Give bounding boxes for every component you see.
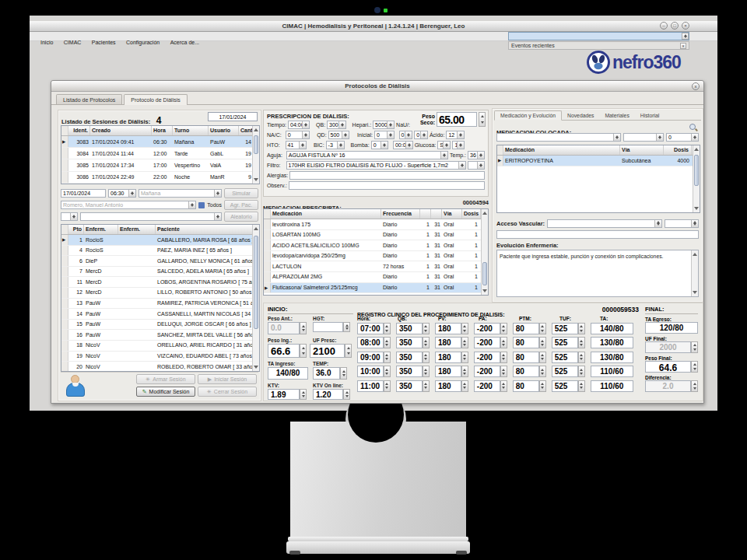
spinner-up-down[interactable]	[500, 352, 507, 363]
peso-ing-stepper[interactable]: 66.6	[268, 344, 307, 358]
column-header[interactable]: Vía	[442, 209, 462, 219]
registro-field[interactable]: -200	[474, 380, 500, 392]
tab-listado-protocolos[interactable]: Listado de Protocolos	[56, 94, 122, 104]
spinner-up-down[interactable]	[384, 366, 391, 377]
medication-dropdown[interactable]	[496, 133, 621, 142]
registro-field[interactable]: -200	[474, 352, 500, 363]
ktv-online-stepper[interactable]: 1.20	[313, 389, 350, 400]
registro-field[interactable]: 350	[396, 337, 423, 348]
evolucion-textarea[interactable]: Paciente que ingresa estable, punción y …	[496, 250, 699, 297]
registro-field[interactable]: 07:00	[357, 323, 384, 334]
spinner-up-down[interactable]	[539, 366, 546, 377]
registro-field[interactable]: -200	[474, 366, 500, 377]
extra1-stepper[interactable]: 0	[399, 131, 413, 139]
spinner-up-down[interactable]	[578, 352, 585, 363]
column-header[interactable]: Hora	[152, 126, 173, 135]
menu-configuracion[interactable]: Configuración	[126, 40, 160, 45]
spinner-up-down[interactable]	[539, 337, 546, 348]
vertical-scrollbar[interactable]	[252, 126, 259, 184]
acceso-vascular-dropdown[interactable]	[547, 219, 662, 228]
spinner-up-down[interactable]	[384, 337, 391, 348]
filtro-dropdown[interactable]: 170HR ELISIO FILTRO DIALISIS ALTO FLUJO …	[286, 161, 467, 170]
spinner-up-down[interactable]	[578, 323, 585, 334]
registro-field[interactable]: 09:00	[357, 352, 384, 363]
spinner-up-down[interactable]	[500, 323, 507, 334]
registro-field[interactable]: 11:00	[357, 380, 384, 392]
close-icon[interactable]: x	[692, 82, 700, 90]
modificar-sesion-button[interactable]: ✎Modificar Sesión	[136, 387, 195, 397]
ta-egreso-field[interactable]: 120/80	[645, 322, 698, 334]
spinner-up-down[interactable]	[479, 112, 486, 127]
table-row[interactable]: levotiroxina 175Diario131Oral1	[264, 219, 488, 230]
spinner-up-down[interactable]	[500, 337, 507, 348]
uf-presc-stepper[interactable]: 2100	[310, 344, 352, 358]
table-row[interactable]: ▶Fluticasona/ Salmeterol 25/125mcgDiario…	[264, 283, 488, 294]
column-header[interactable]: Medicación	[271, 209, 381, 219]
spinner-up-down[interactable]	[461, 352, 468, 363]
registro-field[interactable]: 130/80	[591, 337, 633, 348]
column-header[interactable]: Turno	[173, 126, 209, 135]
column-header[interactable]: Vía	[620, 145, 664, 155]
filtro-extra-stepper[interactable]	[468, 161, 485, 170]
registro-field[interactable]: 180	[435, 380, 461, 392]
peso-ant-stepper[interactable]: 0.0	[268, 322, 307, 334]
vertical-scrollbar[interactable]	[481, 209, 488, 295]
glucosa2-stepper[interactable]: 1	[452, 141, 465, 149]
events-combobox[interactable]	[508, 32, 689, 40]
bomba-stepper[interactable]: 0	[371, 141, 388, 149]
table-row[interactable]: 308417/01/2024 11:4412:00TardeGabL19	[61, 148, 259, 159]
registro-field[interactable]: -200	[474, 337, 500, 348]
table-row[interactable]: ▶ERITROPOYETINASubcutánea4000	[497, 156, 700, 166]
column-header[interactable]: Dosis	[462, 209, 481, 219]
uf-final-stepper[interactable]: 2000	[645, 341, 698, 353]
qd-stepper[interactable]: 500	[328, 131, 350, 139]
spinner-up-down[interactable]	[539, 380, 546, 392]
column-header[interactable]: Cant.	[239, 126, 253, 135]
spinner-up-down[interactable]	[461, 366, 468, 377]
table-row[interactable]: 20NicoVROBLEDO, ROBERTO OMAR [ 33 años ]	[61, 362, 259, 372]
aguja-dropdown[interactable]: AGUJA FISTULA Nº 16	[286, 151, 448, 159]
temp-inicio-stepper[interactable]: 36.0	[313, 367, 347, 380]
spinner-up-down[interactable]	[500, 366, 507, 377]
registro-field[interactable]: 10:00	[357, 366, 384, 377]
table-row[interactable]: 15PauWDELUQUI, JORGE OSCAR [ 66 años ]	[61, 320, 259, 331]
spinner-up-down[interactable]	[384, 352, 391, 363]
column-header[interactable]: Frecuencia	[381, 209, 420, 219]
peso-seco-value[interactable]: 65.00	[437, 112, 477, 127]
column-header[interactable]: Paciente	[156, 225, 254, 234]
registro-field[interactable]: 08:00	[357, 337, 384, 348]
ktv-stepper[interactable]: 1.89	[268, 389, 307, 400]
spinner-up-down[interactable]	[578, 380, 585, 392]
minimize-icon[interactable]: –	[660, 22, 668, 30]
table-row[interactable]: 6DiePGALLARDO, NELLY MONICA [ 61 años ]	[61, 256, 259, 267]
qb-stepper[interactable]: 300	[327, 121, 346, 129]
acceso-vascular-stepper[interactable]	[665, 219, 699, 228]
column-header[interactable]: Dosis	[664, 145, 692, 155]
column-header[interactable]: Enferm.	[84, 225, 118, 234]
empty-dropdown[interactable]	[80, 212, 222, 221]
menu-pacientes[interactable]: Pacientes	[92, 40, 116, 45]
table-row[interactable]: ALPRAZOLAM 2MGDiario131Oral1	[264, 272, 488, 283]
table-row[interactable]: 16PauWSANCHEZ, MIRTA DEL VALLE [ 56 años…	[61, 330, 259, 341]
spinner-up-down[interactable]	[384, 380, 391, 392]
column-header[interactable]: Usuario	[209, 126, 239, 135]
registro-field[interactable]: 80	[513, 366, 539, 377]
menu-acerca[interactable]: Acerca de...	[170, 40, 199, 45]
table-row[interactable]: 7MercDSALCEDO, ADELA MARIA [ 65 años ]	[61, 267, 259, 278]
table-row[interactable]: 308617/01/2024 22:4922:00NocheManR9	[61, 172, 259, 184]
extra2-stepper[interactable]: 0	[414, 131, 428, 139]
table-row[interactable]: ▶1RocioSCABALLERO, MARIA ROSA [ 68 años …	[61, 235, 259, 246]
agregar-paciente-button[interactable]: Agr. Pac.	[224, 200, 258, 210]
ta-ingreso-field[interactable]: 140/80	[268, 367, 308, 380]
spinner-up-down[interactable]	[578, 337, 585, 348]
column-header[interactable]	[431, 209, 442, 219]
spinner-up-down[interactable]	[500, 380, 507, 392]
acceso-vascular-input[interactable]	[496, 230, 699, 239]
spinner-up-down[interactable]	[423, 337, 430, 348]
spinner-up-down[interactable]	[461, 323, 468, 334]
column-header[interactable]: Pto	[68, 225, 84, 234]
table-row[interactable]: LACTULON72 horas131Oral1	[264, 261, 488, 272]
registro-field[interactable]: 350	[396, 323, 423, 334]
peso-final-stepper[interactable]: 64.6	[645, 361, 698, 373]
table-row[interactable]: 11MercDLOBOS, ARGENTINA ROSARIO [ 75 año…	[61, 277, 259, 288]
